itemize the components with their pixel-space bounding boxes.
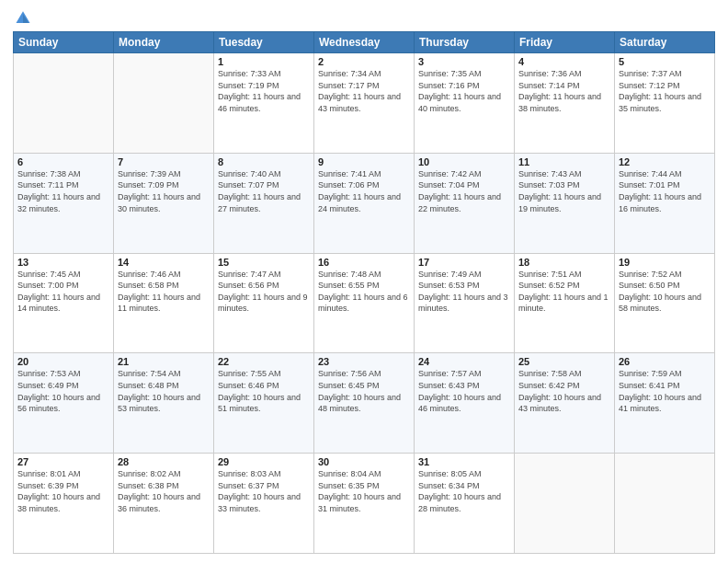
day-number: 19 [619, 257, 711, 268]
day-number: 17 [418, 257, 510, 268]
day-detail: Sunrise: 7:47 AMSunset: 6:56 PMDaylight:… [218, 269, 310, 315]
calendar-cell [114, 53, 214, 154]
calendar-cell [615, 454, 715, 554]
calendar-cell: 28Sunrise: 8:02 AMSunset: 6:38 PMDayligh… [114, 454, 214, 554]
day-detail: Sunrise: 7:59 AMSunset: 6:41 PMDaylight:… [619, 368, 711, 414]
calendar-week-0: 1Sunrise: 7:33 AMSunset: 7:19 PMDaylight… [14, 53, 715, 154]
calendar-cell: 16Sunrise: 7:48 AMSunset: 6:55 PMDayligh… [314, 253, 415, 353]
day-detail: Sunrise: 7:49 AMSunset: 6:53 PMDaylight:… [418, 269, 510, 315]
day-detail: Sunrise: 7:38 AMSunset: 7:11 PMDaylight:… [17, 168, 109, 214]
calendar-cell: 15Sunrise: 7:47 AMSunset: 6:56 PMDayligh… [214, 253, 314, 353]
day-detail: Sunrise: 7:42 AMSunset: 7:04 PMDaylight:… [418, 168, 510, 214]
calendar-cell [14, 53, 114, 154]
day-number: 2 [318, 56, 410, 67]
weekday-header-sunday: Sunday [14, 32, 114, 53]
calendar-week-2: 13Sunrise: 7:45 AMSunset: 7:00 PMDayligh… [14, 253, 715, 353]
day-number: 27 [17, 456, 109, 467]
day-detail: Sunrise: 8:01 AMSunset: 6:39 PMDaylight:… [17, 468, 109, 514]
day-detail: Sunrise: 7:33 AMSunset: 7:19 PMDaylight:… [218, 68, 310, 114]
day-number: 7 [118, 156, 210, 167]
day-number: 15 [218, 257, 310, 268]
day-number: 9 [318, 156, 410, 167]
day-number: 24 [418, 356, 510, 367]
calendar-cell: 11Sunrise: 7:43 AMSunset: 7:03 PMDayligh… [515, 153, 615, 253]
day-detail: Sunrise: 7:57 AMSunset: 6:43 PMDaylight:… [418, 368, 510, 414]
day-number: 29 [218, 456, 310, 467]
day-detail: Sunrise: 7:52 AMSunset: 6:50 PMDaylight:… [619, 269, 711, 315]
day-number: 26 [619, 356, 711, 367]
page: SundayMondayTuesdayWednesdayThursdayFrid… [0, 0, 728, 563]
calendar-header-row: SundayMondayTuesdayWednesdayThursdayFrid… [14, 32, 715, 53]
day-detail: Sunrise: 7:53 AMSunset: 6:49 PMDaylight:… [17, 368, 109, 414]
day-number: 3 [418, 56, 510, 67]
day-number: 22 [218, 356, 310, 367]
calendar-cell: 23Sunrise: 7:56 AMSunset: 6:45 PMDayligh… [314, 353, 415, 454]
day-detail: Sunrise: 7:46 AMSunset: 6:58 PMDaylight:… [118, 269, 210, 315]
header [13, 9, 715, 26]
weekday-header-monday: Monday [114, 32, 214, 53]
calendar-cell: 21Sunrise: 7:54 AMSunset: 6:48 PMDayligh… [114, 353, 214, 454]
day-detail: Sunrise: 7:39 AMSunset: 7:09 PMDaylight:… [118, 168, 210, 214]
weekday-header-tuesday: Tuesday [214, 32, 314, 53]
calendar-week-1: 6Sunrise: 7:38 AMSunset: 7:11 PMDaylight… [14, 153, 715, 253]
calendar-cell: 31Sunrise: 8:05 AMSunset: 6:34 PMDayligh… [415, 454, 515, 554]
calendar-cell: 30Sunrise: 8:04 AMSunset: 6:35 PMDayligh… [314, 454, 415, 554]
day-number: 21 [118, 356, 210, 367]
day-detail: Sunrise: 7:36 AMSunset: 7:14 PMDaylight:… [518, 68, 610, 114]
logo-icon [15, 9, 31, 26]
weekday-header-friday: Friday [515, 32, 615, 53]
calendar-cell: 3Sunrise: 7:35 AMSunset: 7:16 PMDaylight… [415, 53, 515, 154]
calendar-cell: 10Sunrise: 7:42 AMSunset: 7:04 PMDayligh… [415, 153, 515, 253]
calendar-cell: 25Sunrise: 7:58 AMSunset: 6:42 PMDayligh… [515, 353, 615, 454]
calendar-cell: 7Sunrise: 7:39 AMSunset: 7:09 PMDaylight… [114, 153, 214, 253]
calendar-week-4: 27Sunrise: 8:01 AMSunset: 6:39 PMDayligh… [14, 454, 715, 554]
day-detail: Sunrise: 7:45 AMSunset: 7:00 PMDaylight:… [17, 269, 109, 315]
day-detail: Sunrise: 7:54 AMSunset: 6:48 PMDaylight:… [118, 368, 210, 414]
day-number: 20 [17, 356, 109, 367]
calendar-cell [515, 454, 615, 554]
day-detail: Sunrise: 7:43 AMSunset: 7:03 PMDaylight:… [518, 168, 610, 214]
day-number: 5 [619, 56, 711, 67]
calendar-cell: 29Sunrise: 8:03 AMSunset: 6:37 PMDayligh… [214, 454, 314, 554]
day-detail: Sunrise: 7:56 AMSunset: 6:45 PMDaylight:… [318, 368, 410, 414]
calendar-cell: 18Sunrise: 7:51 AMSunset: 6:52 PMDayligh… [515, 253, 615, 353]
day-detail: Sunrise: 7:35 AMSunset: 7:16 PMDaylight:… [418, 68, 510, 114]
day-detail: Sunrise: 7:44 AMSunset: 7:01 PMDaylight:… [619, 168, 711, 214]
day-detail: Sunrise: 8:04 AMSunset: 6:35 PMDaylight:… [318, 468, 410, 514]
calendar-cell: 4Sunrise: 7:36 AMSunset: 7:14 PMDaylight… [515, 53, 615, 154]
weekday-header-wednesday: Wednesday [314, 32, 415, 53]
calendar-cell: 27Sunrise: 8:01 AMSunset: 6:39 PMDayligh… [14, 454, 114, 554]
day-detail: Sunrise: 7:48 AMSunset: 6:55 PMDaylight:… [318, 269, 410, 315]
calendar-cell: 22Sunrise: 7:55 AMSunset: 6:46 PMDayligh… [214, 353, 314, 454]
day-number: 1 [218, 56, 310, 67]
weekday-header-thursday: Thursday [415, 32, 515, 53]
day-number: 12 [619, 156, 711, 167]
day-detail: Sunrise: 7:34 AMSunset: 7:17 PMDaylight:… [318, 68, 410, 114]
calendar-cell: 26Sunrise: 7:59 AMSunset: 6:41 PMDayligh… [615, 353, 715, 454]
day-number: 16 [318, 257, 410, 268]
day-number: 10 [418, 156, 510, 167]
calendar-cell: 17Sunrise: 7:49 AMSunset: 6:53 PMDayligh… [415, 253, 515, 353]
day-number: 11 [518, 156, 610, 167]
calendar-cell: 1Sunrise: 7:33 AMSunset: 7:19 PMDaylight… [214, 53, 314, 154]
day-detail: Sunrise: 8:03 AMSunset: 6:37 PMDaylight:… [218, 468, 310, 514]
day-detail: Sunrise: 7:58 AMSunset: 6:42 PMDaylight:… [518, 368, 610, 414]
day-number: 28 [118, 456, 210, 467]
calendar-table: SundayMondayTuesdayWednesdayThursdayFrid… [13, 31, 715, 554]
calendar-cell: 14Sunrise: 7:46 AMSunset: 6:58 PMDayligh… [114, 253, 214, 353]
calendar-cell: 9Sunrise: 7:41 AMSunset: 7:06 PMDaylight… [314, 153, 415, 253]
day-detail: Sunrise: 7:41 AMSunset: 7:06 PMDaylight:… [318, 168, 410, 214]
calendar-cell: 24Sunrise: 7:57 AMSunset: 6:43 PMDayligh… [415, 353, 515, 454]
day-number: 18 [518, 257, 610, 268]
day-detail: Sunrise: 8:05 AMSunset: 6:34 PMDaylight:… [418, 468, 510, 514]
logo [13, 9, 31, 26]
day-number: 23 [318, 356, 410, 367]
calendar-cell: 8Sunrise: 7:40 AMSunset: 7:07 PMDaylight… [214, 153, 314, 253]
calendar-cell: 6Sunrise: 7:38 AMSunset: 7:11 PMDaylight… [14, 153, 114, 253]
day-number: 4 [518, 56, 610, 67]
calendar-cell: 12Sunrise: 7:44 AMSunset: 7:01 PMDayligh… [615, 153, 715, 253]
day-number: 6 [17, 156, 109, 167]
calendar-cell: 5Sunrise: 7:37 AMSunset: 7:12 PMDaylight… [615, 53, 715, 154]
calendar-cell: 19Sunrise: 7:52 AMSunset: 6:50 PMDayligh… [615, 253, 715, 353]
calendar-cell: 2Sunrise: 7:34 AMSunset: 7:17 PMDaylight… [314, 53, 415, 154]
